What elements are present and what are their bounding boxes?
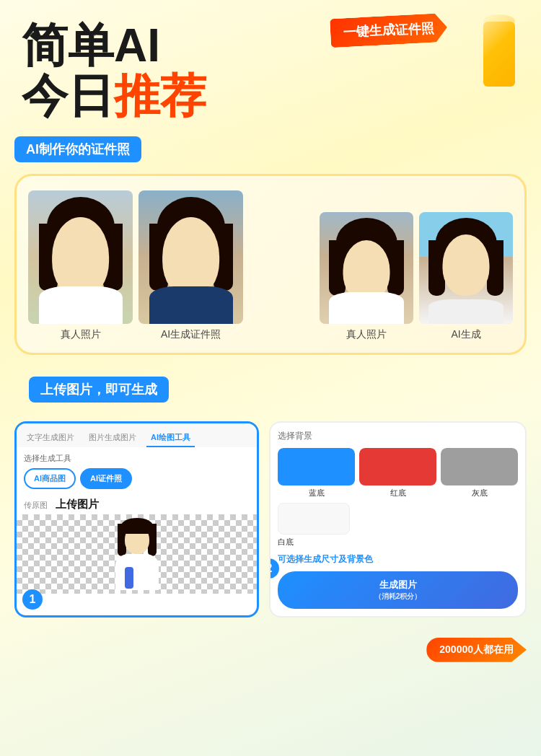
photo-section: 真人照片 AI生成证件照 [14,174,527,355]
generate-btn[interactable]: 生成图片 （消耗2积分） [278,571,518,609]
tab-item-text[interactable]: 文字生成图片 [22,429,79,447]
portrait-sim-2 [138,190,243,324]
decorative-cylinder [447,7,534,108]
body-shirt [39,286,123,324]
fig-hair [121,518,153,534]
tool-label: 选择生成工具 [24,453,250,464]
upload-prefix-label: 传原图 [24,501,48,509]
bg-color-white[interactable] [278,503,350,535]
photo-item-right2 [419,212,513,324]
upload-area-label: 传原图 上传图片 [17,495,257,514]
portrait-sim-3 [320,212,413,324]
upload-card-1: 文字生成图片 图片生成图片 AI绘图工具 选择生成工具 AI商品图 AI证件照 … [14,421,259,617]
photo-real1 [28,190,133,324]
bg-label-blue: 蓝底 [309,488,325,498]
photo-label-right2: AI生成 [419,328,513,341]
step-number-2: 2 [269,558,279,579]
bg-label-red: 红底 [390,488,406,498]
bottom-badge: 200000人都在用 [426,638,527,662]
photo-real2 [320,212,413,324]
upload-main-label: 上传图片 [56,498,99,510]
upload-section-wrapper: 上传图片，即可生成 文字生成图片 图片生成图片 AI绘图工具 选择生成工具 AI… [0,369,541,675]
body-shirt4 [428,299,503,324]
photo-label-left1: 真人照片 [61,328,101,341]
generate-btn-sub: （消耗2积分） [285,592,511,602]
tab-item-ai[interactable]: AI绘图工具 [146,429,195,447]
portrait-sim-1 [28,190,133,324]
bg-select-title: 选择背景 [278,430,518,442]
upload-figure [112,518,162,590]
bg-select-card: 选择背景 蓝底 红底 灰底 [269,421,527,617]
generate-btn-label: 生成图片 [285,579,511,592]
header-section: 简单AI 今日推荐 一键生成证件照 [0,0,541,129]
btn-ai-id[interactable]: AI证件照 [80,468,132,489]
upload-section: 上传图片，即可生成 文字生成图片 图片生成图片 AI绘图工具 选择生成工具 AI… [14,369,527,617]
bg-color-red [359,448,436,485]
right-label-pair: 真人照片 AI生成 [320,328,513,341]
title-line2-prefix: 今日 [22,70,114,122]
right-photo-pair: 真人照片 AI生成 [320,212,513,341]
header-title: 简单AI 今日推荐 [22,20,519,122]
photo-label-right1: 真人照片 [320,328,413,341]
title-line2-highlight: 推荐 [114,70,206,122]
photo-ai1 [138,190,243,324]
body-shirt3 [329,292,404,323]
section-label-photos: AI制作你的证件照 [14,136,141,162]
bg-option-red[interactable]: 红底 [359,448,436,498]
photo-item-left1: 真人照片 [28,190,133,341]
tab-bar: 文字生成图片 图片生成图片 AI绘图工具 [17,423,257,447]
bg-white-row: 白底 [278,503,518,548]
body-shirt2 [149,286,233,324]
cylinder-shape [483,7,519,94]
portrait-sim-4 [419,212,513,324]
photo-label-left2: AI生成证件照 [161,328,221,341]
face-overlay2 [162,217,220,297]
step-badge-1: 1 [22,589,43,610]
right-img-pair [320,212,513,324]
bg-options-grid: 蓝底 红底 灰底 [278,448,518,498]
fig-body [115,554,159,590]
bg-option-gray[interactable]: 灰底 [441,448,518,498]
bg-option-blue[interactable]: 蓝底 [278,448,355,498]
step-badge-2: 2 [269,558,279,579]
spacer [278,566,518,571]
title-line1: 简单AI [22,19,160,71]
ribbon-badge: 一键生成证件照 [330,13,448,48]
upload-preview-area[interactable] [17,514,257,594]
face-overlay [52,217,110,297]
tool-section: 选择生成工具 AI商品图 AI证件照 [17,447,257,495]
bg-label-gray: 灰底 [472,488,488,498]
photo-item-left2: AI生成证件照 [138,190,243,341]
photo-grid: 真人照片 AI生成证件照 [28,190,513,341]
photo-ai2 [419,212,513,324]
left-photo-pair: 真人照片 AI生成证件照 [28,190,308,341]
fig-shirt-detail [125,567,133,589]
cylinder-body [483,22,515,87]
photo-item-right1 [320,212,413,324]
bg-label-white: 白底 [278,537,294,548]
upload-grid: 文字生成图片 图片生成图片 AI绘图工具 选择生成工具 AI商品图 AI证件照 … [14,421,527,617]
face-overlay4 [443,234,490,296]
step-number-1: 1 [22,589,43,610]
can-select-text: 可选择生成尺寸及背景色 [278,553,518,566]
tab-item-image[interactable]: 图片生成图片 [84,429,141,447]
bg-color-gray [441,448,518,485]
bg-color-blue [278,448,355,485]
tool-buttons: AI商品图 AI证件照 [24,468,250,489]
section-label-upload: 上传图片，即可生成 [29,377,169,403]
btn-ai-product[interactable]: AI商品图 [24,468,76,489]
